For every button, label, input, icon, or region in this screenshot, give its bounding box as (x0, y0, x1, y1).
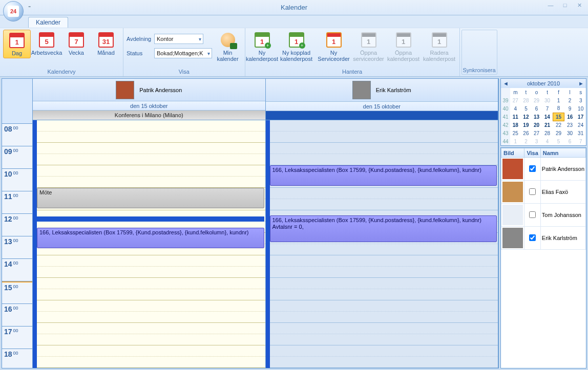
mini-cal-day[interactable]: 7 (542, 104, 553, 113)
person-name: Tom Johansson (540, 204, 585, 227)
person-name: Patrik Andersson (139, 87, 182, 93)
visa-checkbox[interactable] (529, 165, 536, 172)
mini-cal-day[interactable]: 8 (553, 104, 564, 113)
event-166-erik-10[interactable]: 166, Leksaksspecialisten (Box 17599, {Ku… (270, 165, 497, 186)
mini-cal-day[interactable]: 15 (553, 113, 564, 121)
ny-serviceorder-button[interactable]: 1 Ny Serviceorder (317, 30, 351, 63)
view-arbetsvecka-button[interactable]: 5 Arbetsvecka (33, 30, 60, 57)
view-dag-button[interactable]: 1 Dag (3, 30, 31, 58)
mini-cal-day[interactable]: 20 (531, 121, 542, 129)
view-manad-button[interactable]: 31 Månad (92, 30, 120, 57)
oppna-serviceorder-button[interactable]: 1 Öppna serviceorder (353, 30, 385, 63)
view-vecka-button[interactable]: 7 Vecka (62, 30, 90, 57)
radera-kalenderpost-button[interactable]: 1 Radera kalenderpost (423, 30, 456, 63)
timeslot-grid[interactable]: 166, Leksaksspecialisten (Box 17599, {Ku… (266, 120, 498, 368)
ny-kopplad-kalenderpost-button[interactable]: 1+ Ny kopplad kalenderpost (278, 30, 315, 63)
mini-cal-day[interactable]: 3 (575, 96, 586, 104)
mini-cal-day[interactable]: 17 (575, 113, 586, 121)
mini-cal-day[interactable]: 30 (564, 129, 576, 137)
hour-label: 1000 (2, 169, 32, 191)
people-row[interactable]: Erik Karlström (501, 227, 586, 250)
min-kalender-button[interactable]: Min kalender (214, 30, 242, 63)
mini-cal-day[interactable]: 5 (521, 104, 532, 113)
mini-cal-day[interactable]: 2 (564, 96, 576, 104)
event-166-erik-12[interactable]: 166, Leksaksspecialisten (Box 17599, {Ku… (270, 215, 497, 242)
col-visa[interactable]: Visa (524, 148, 540, 158)
mini-cal-day[interactable]: 6 (531, 104, 542, 113)
mini-cal-day[interactable]: 10 (575, 104, 586, 113)
app-orb[interactable]: 24 (3, 1, 24, 21)
mini-cal-day[interactable]: 27 (531, 129, 542, 137)
visa-checkbox[interactable] (529, 234, 536, 241)
mini-cal-day[interactable]: 1 (510, 137, 521, 145)
group-visa: Avdelning Kontor Status Bokad;Mottagen;K… (123, 28, 245, 76)
event-mote[interactable]: Möte (37, 188, 264, 208)
mini-cal-day[interactable]: 6 (564, 137, 576, 145)
visa-checkbox[interactable] (529, 211, 536, 218)
mini-cal-day[interactable]: 28 (521, 96, 532, 104)
mini-cal-day[interactable]: 30 (542, 96, 553, 104)
people-row[interactable]: Elias Faxö (501, 181, 586, 204)
avdelning-combo[interactable]: Kontor (154, 34, 203, 44)
tab-kalender[interactable]: Kalender (28, 17, 68, 28)
mini-cal-day[interactable]: 12 (521, 113, 532, 121)
mini-cal-day[interactable]: 25 (510, 129, 521, 137)
status-combo[interactable]: Bokad;Mottagen;K (154, 48, 212, 58)
mini-cal-day[interactable]: 21 (542, 121, 553, 129)
avatar (352, 81, 371, 99)
qat-dropdown[interactable]: ⁼ (28, 5, 31, 10)
avdelning-label: Avdelning (127, 36, 152, 42)
mini-cal-day[interactable]: 24 (575, 121, 586, 129)
mini-calendar[interactable]: ◄ oktober 2010 ► mtotfls3927282930123404… (500, 78, 586, 146)
ny-kalenderpost-button[interactable]: 1+ Ny kalenderpost (248, 30, 276, 63)
mini-cal-day[interactable]: 9 (564, 104, 576, 113)
mini-cal-day[interactable]: 22 (553, 121, 564, 129)
mini-cal-day[interactable]: 13 (531, 113, 542, 121)
next-month-icon[interactable]: ► (578, 80, 584, 86)
mini-cal-day[interactable]: 23 (564, 121, 576, 129)
timeslot-grid[interactable]: Möte 166, Leksaksspecialisten (Box 17599… (33, 120, 265, 368)
person-icon (221, 33, 235, 47)
people-row[interactable]: Tom Johansson (501, 204, 586, 227)
mini-cal-day[interactable]: 5 (553, 137, 564, 145)
hour-label: 0900 (2, 146, 32, 169)
col-namn[interactable]: Namn (540, 148, 585, 158)
mini-cal-day[interactable]: 19 (521, 121, 532, 129)
mini-cal-day[interactable]: 7 (575, 137, 586, 145)
mini-cal-day[interactable]: 3 (531, 137, 542, 145)
event-166-patrik[interactable]: 166, Leksaksspecialisten (Box 17599, {Ku… (37, 228, 264, 248)
mini-cal-day[interactable]: 28 (542, 129, 553, 137)
mini-cal-day[interactable]: 4 (542, 137, 553, 145)
mini-cal-day[interactable]: 31 (575, 129, 586, 137)
mini-cal-day[interactable]: 26 (521, 129, 532, 137)
hour-label: 1500 (2, 281, 32, 304)
status-label: Status (127, 50, 152, 56)
mini-cal-day[interactable]: 11 (510, 113, 521, 121)
close-button[interactable]: ✕ (575, 2, 584, 9)
people-panel: Bild Visa Namn Patrik AnderssonElias Fax… (500, 147, 586, 368)
allday-empty[interactable] (266, 111, 498, 120)
prev-month-icon[interactable]: ◄ (503, 80, 509, 86)
synkronisera-button[interactable]: Synkronisera (461, 30, 497, 75)
mini-cal-day[interactable]: 16 (564, 113, 576, 121)
minimize-button[interactable]: — (546, 2, 555, 9)
avatar (502, 159, 523, 179)
people-row[interactable]: Patrik Andersson (501, 158, 586, 181)
mini-cal-day[interactable]: 4 (510, 104, 521, 113)
visa-checkbox[interactable] (529, 188, 536, 195)
hour-label: 0800 (2, 124, 32, 146)
mini-cal-day[interactable]: 29 (531, 96, 542, 104)
day-column-patrik: Patrik Andersson den 15 oktober Konferen… (33, 79, 266, 368)
mini-cal-day[interactable]: 2 (521, 137, 532, 145)
oppna-kalenderpost-button[interactable]: 1 Öppna kalenderpost (387, 30, 421, 63)
allday-event[interactable]: Konferens i Milano (Milano) (33, 111, 265, 120)
col-bild[interactable]: Bild (501, 148, 524, 158)
mini-cal-day[interactable]: 14 (542, 113, 553, 121)
mini-cal-day[interactable]: 18 (510, 121, 521, 129)
mini-cal-day[interactable]: 27 (510, 96, 521, 104)
person-name: Elias Faxö (540, 181, 585, 204)
mini-cal-day[interactable]: 29 (553, 129, 564, 137)
main-area: 0800090010001100120013001400150016001700… (0, 77, 588, 370)
maximize-button[interactable]: □ (560, 2, 570, 9)
mini-cal-day[interactable]: 1 (553, 96, 564, 104)
